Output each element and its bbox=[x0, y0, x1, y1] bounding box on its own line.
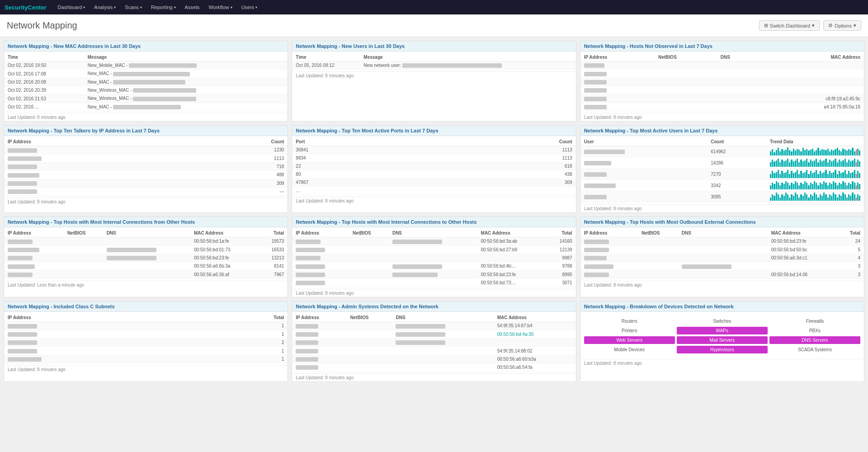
table-row: 00:50:56:bd:4a:30 bbox=[292, 330, 576, 338]
gear-icon: ⚙ bbox=[828, 23, 833, 28]
options-button[interactable]: ⚙ Options ▾ bbox=[823, 20, 861, 31]
nav-analysis[interactable]: Analysis ▾ bbox=[90, 0, 120, 14]
table-row: 3085 bbox=[580, 191, 864, 202]
table-row: 1113 bbox=[4, 154, 288, 162]
table-row: 00:50:56:bd:50:bc 5 bbox=[580, 245, 864, 254]
hosts-not-observed-table: IP Address NetBIOS DNS MAC Address bbox=[580, 53, 864, 111]
widget-footer-new-mac: Last Updated: 8 minutes ago bbox=[4, 113, 288, 121]
col-netbios: NetBIOS bbox=[347, 314, 392, 322]
table-row: Oct 02, 2016 ... New_MAC - bbox=[4, 103, 288, 111]
col-mac: MAC Address bbox=[477, 229, 545, 237]
device-switches: Switches bbox=[677, 317, 768, 325]
widget-header-subnets: Network Mapping - Included Class C Subne… bbox=[4, 301, 288, 312]
brand-highlight: Security bbox=[5, 4, 28, 11]
col-netbios: NetBIOS bbox=[655, 53, 717, 61]
col-total: Total bbox=[203, 314, 288, 322]
table-row bbox=[580, 78, 864, 86]
col-ip: IP Address bbox=[292, 229, 349, 237]
table-row: Oct 02, 2016 21:53 New_Wireless_MAC - bbox=[4, 94, 288, 103]
nav-scans[interactable]: Scans ▾ bbox=[120, 0, 146, 14]
col-dns: DNS bbox=[389, 229, 477, 237]
col-netbios: NetBIOS bbox=[349, 229, 389, 237]
table-row: 00:50:56:bd:23:fe 13213 bbox=[4, 254, 288, 262]
device-waps: WAPs bbox=[677, 327, 768, 334]
widget-device-breakdown: Network Mapping - Breakdown of Devices D… bbox=[580, 301, 864, 382]
col-user: User bbox=[580, 138, 708, 146]
widget-top-talkers: Network Mapping - Top Ten Talkers by IP … bbox=[4, 125, 288, 213]
device-firewalls: Firewalls bbox=[769, 317, 860, 325]
widget-body-hosts-not-observed: IP Address NetBIOS DNS MAC Address bbox=[580, 52, 864, 113]
switch-dashboard-button[interactable]: ⊞ Switch Dashboard ▾ bbox=[759, 20, 820, 31]
table-row: 309 bbox=[4, 179, 288, 187]
table-row bbox=[580, 86, 864, 94]
widget-footer-hosts-not-observed: Last Updated: 8 minutes ago bbox=[580, 113, 864, 121]
admin-table: IP Address NetBIOS DNS MAC Address 54:9f… bbox=[292, 314, 576, 372]
chevron-down-icon: ▾ bbox=[854, 23, 856, 28]
widget-header-internal-from: Network Mapping - Top Hosts with Most In… bbox=[4, 217, 288, 227]
col-port: Port bbox=[292, 138, 432, 146]
col-count: Count bbox=[432, 138, 576, 146]
widget-body-top-talkers: IP Address Count 1230 1113 bbox=[4, 136, 288, 198]
table-row: 1230 bbox=[4, 146, 288, 154]
page-title: Network Mapping bbox=[7, 20, 77, 31]
col-mac: MAC Address bbox=[768, 229, 836, 237]
chevron-down-icon: ▾ bbox=[114, 5, 116, 9]
table-row: 488 bbox=[4, 171, 288, 179]
table-row: 54:9f:35:14:87:b4 bbox=[292, 322, 576, 330]
table-row: 00:50:56:bd:4b:... 9788 bbox=[292, 262, 576, 270]
widget-top-active-users: Network Mapping - Top Most Active Users … bbox=[580, 125, 864, 213]
col-ip: IP Address bbox=[4, 138, 194, 146]
table-row: 00:50:56:a6:36:af 7967 bbox=[4, 270, 288, 278]
widget-internal-connections-to: Network Mapping - Top Hosts with Most In… bbox=[292, 217, 576, 297]
nav-reporting[interactable]: Reporting ▾ bbox=[146, 0, 180, 14]
widget-header-internal-to: Network Mapping - Top Hosts with Most In… bbox=[292, 217, 576, 227]
widget-header-outbound: Network Mapping - Top Hosts with Most Ou… bbox=[580, 217, 864, 227]
device-scada: SCADA Systems bbox=[769, 346, 860, 353]
nav-users[interactable]: Users ▾ bbox=[237, 0, 262, 14]
table-row: 9987 bbox=[292, 254, 576, 262]
widget-footer-devices: Last Updated: 8 minutes ago bbox=[580, 359, 864, 367]
table-row: Oct 05, 2016 08:12 New network user: bbox=[292, 61, 576, 70]
nav-assets[interactable]: Assets bbox=[180, 0, 204, 14]
col-message: Message bbox=[360, 53, 576, 61]
widget-footer-top-users: Last Updated: 8 minutes ago bbox=[580, 204, 864, 212]
widget-admin-systems: Network Mapping - Admin Systems Detected… bbox=[292, 301, 576, 382]
widget-body-new-users: Time Message Oct 05, 2016 08:12 New netw… bbox=[292, 52, 576, 71]
device-printers: Printers bbox=[584, 327, 675, 334]
table-row: 00:50:56:bd:1a:fe 19573 bbox=[4, 237, 288, 245]
table-row bbox=[580, 70, 864, 78]
widget-class-c-subnets: Network Mapping - Included Class C Subne… bbox=[4, 301, 288, 382]
widget-footer-outbound: Last Updated: 8 minutes ago bbox=[580, 281, 864, 289]
chevron-down-icon: ▾ bbox=[255, 5, 257, 9]
widget-header-top-ports: Network Mapping - Top Ten Most Active Po… bbox=[292, 126, 576, 136]
col-netbios: NetBIOS bbox=[64, 229, 103, 237]
table-row: 00:50:56:bd:14:06 3 bbox=[580, 270, 864, 278]
outbound-table: IP Address NetBIOS DNS MAC Address Total… bbox=[580, 229, 864, 279]
header-actions: ⊞ Switch Dashboard ▾ ⚙ Options ▾ bbox=[759, 20, 861, 31]
widget-header-devices: Network Mapping - Breakdown of Devices D… bbox=[580, 301, 864, 312]
table-row: ... bbox=[292, 187, 576, 195]
chevron-down-icon: ▾ bbox=[83, 5, 85, 9]
table-row: 47867 309 bbox=[292, 179, 576, 187]
nav-dashboard[interactable]: Dashboard ▾ bbox=[53, 0, 90, 14]
subnets-table: IP Address Total 1 1 2 bbox=[4, 314, 288, 363]
widget-outbound-external: Network Mapping - Top Hosts with Most Ou… bbox=[580, 217, 864, 297]
widget-body-devices: Routers Switches Firewalls Printers WAPs… bbox=[580, 312, 864, 359]
table-row: 8834 1113 bbox=[292, 154, 576, 162]
chevron-down-icon: ▾ bbox=[812, 23, 815, 28]
page-header: Network Mapping ⊞ Switch Dashboard ▾ ⚙ O… bbox=[0, 14, 868, 37]
col-time: Time bbox=[4, 53, 84, 61]
table-row: 3 bbox=[580, 262, 864, 270]
nav-workflow[interactable]: Workflow ▾ bbox=[204, 0, 237, 14]
device-pbxs: PBXs bbox=[769, 327, 860, 334]
col-total: Total bbox=[257, 229, 288, 237]
table-row: 80 438 bbox=[292, 170, 576, 179]
widget-footer-admin: Last Updated: 8 minutes ago bbox=[292, 373, 576, 381]
device-mail-servers: Mail Servers bbox=[677, 336, 768, 344]
table-row bbox=[580, 61, 864, 70]
widget-internal-connections-from: Network Mapping - Top Hosts with Most In… bbox=[4, 217, 288, 297]
col-trend: Trend Data bbox=[766, 138, 864, 146]
col-dns: DNS bbox=[717, 53, 758, 61]
table-row: Oct 02, 2016 17:08 New_MAC - bbox=[4, 70, 288, 78]
col-ip: IP Address bbox=[580, 53, 655, 61]
